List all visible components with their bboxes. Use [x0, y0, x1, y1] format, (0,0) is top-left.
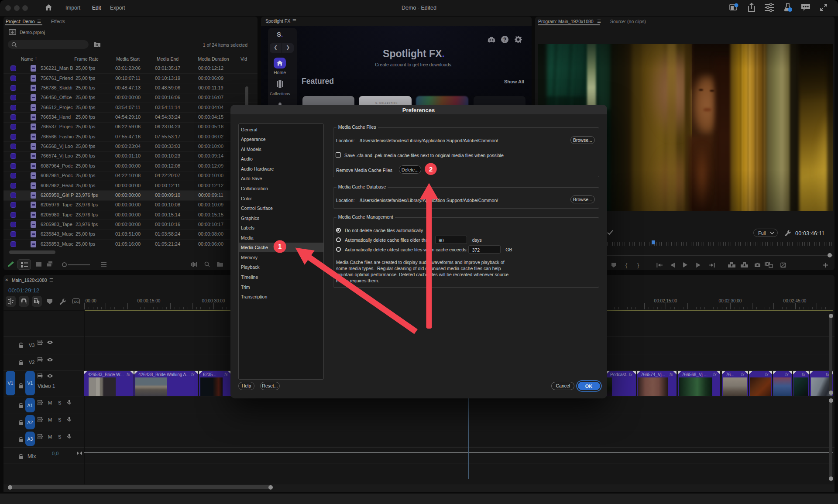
svg-text:2: 2 [429, 165, 433, 173]
svg-text:1: 1 [278, 243, 282, 250]
